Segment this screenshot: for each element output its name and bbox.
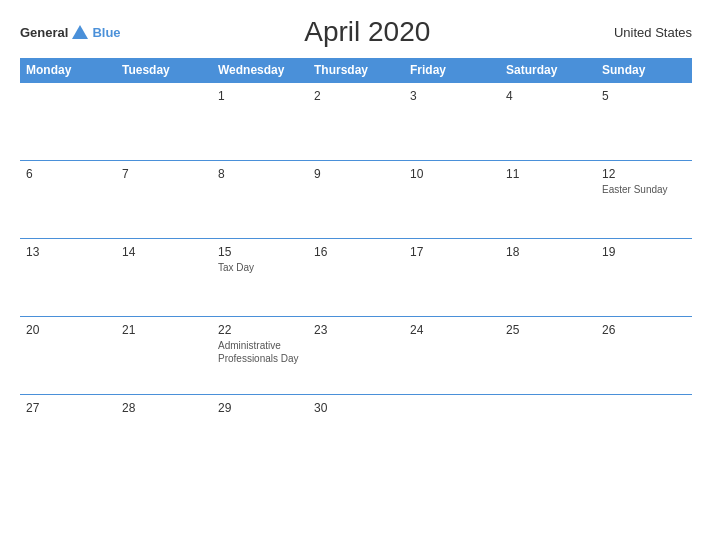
weekday-thursday: Thursday (308, 58, 404, 83)
day-number: 20 (26, 323, 110, 337)
calendar-cell (404, 395, 500, 473)
calendar-cell: 6 (20, 161, 116, 239)
day-number: 4 (506, 89, 590, 103)
day-number: 17 (410, 245, 494, 259)
day-number: 16 (314, 245, 398, 259)
calendar-cell (116, 83, 212, 161)
calendar-cell: 3 (404, 83, 500, 161)
weekday-saturday: Saturday (500, 58, 596, 83)
calendar-cell: 1 (212, 83, 308, 161)
calendar-cell (596, 395, 692, 473)
calendar-event: Easter Sunday (602, 183, 686, 196)
calendar-cell: 23 (308, 317, 404, 395)
day-number: 2 (314, 89, 398, 103)
calendar-cell: 10 (404, 161, 500, 239)
day-number: 1 (218, 89, 302, 103)
calendar-cell: 18 (500, 239, 596, 317)
weekday-friday: Friday (404, 58, 500, 83)
calendar-cell: 12Easter Sunday (596, 161, 692, 239)
day-number: 13 (26, 245, 110, 259)
day-number: 14 (122, 245, 206, 259)
calendar-cell: 9 (308, 161, 404, 239)
weekday-monday: Monday (20, 58, 116, 83)
calendar-table: Monday Tuesday Wednesday Thursday Friday… (20, 58, 692, 473)
calendar-cell: 13 (20, 239, 116, 317)
country-label: United States (614, 25, 692, 40)
logo-triangle-icon (72, 25, 88, 39)
calendar-event: Administrative Professionals Day (218, 339, 302, 365)
day-number: 27 (26, 401, 110, 415)
calendar-cell: 8 (212, 161, 308, 239)
calendar-cell: 24 (404, 317, 500, 395)
day-number: 25 (506, 323, 590, 337)
logo-text-blue: Blue (92, 25, 120, 40)
day-number: 7 (122, 167, 206, 181)
calendar-week-row: 12345 (20, 83, 692, 161)
calendar-event: Tax Day (218, 261, 302, 274)
day-number: 9 (314, 167, 398, 181)
calendar-cell: 21 (116, 317, 212, 395)
calendar-cell: 19 (596, 239, 692, 317)
day-number: 21 (122, 323, 206, 337)
day-number: 28 (122, 401, 206, 415)
day-number: 3 (410, 89, 494, 103)
calendar-cell: 26 (596, 317, 692, 395)
logo: General Blue (20, 25, 121, 40)
day-number: 15 (218, 245, 302, 259)
calendar-cell (20, 83, 116, 161)
calendar-cell: 16 (308, 239, 404, 317)
calendar-cell: 7 (116, 161, 212, 239)
calendar-cell (500, 395, 596, 473)
calendar-week-row: 27282930 (20, 395, 692, 473)
calendar-cell: 2 (308, 83, 404, 161)
day-number: 12 (602, 167, 686, 181)
calendar-cell: 15Tax Day (212, 239, 308, 317)
day-number: 11 (506, 167, 590, 181)
day-number: 26 (602, 323, 686, 337)
page-header: General Blue April 2020 United States (20, 16, 692, 48)
weekday-header-row: Monday Tuesday Wednesday Thursday Friday… (20, 58, 692, 83)
calendar-cell: 27 (20, 395, 116, 473)
calendar-cell: 20 (20, 317, 116, 395)
calendar-cell: 28 (116, 395, 212, 473)
calendar-page: General Blue April 2020 United States Mo… (0, 0, 712, 550)
weekday-sunday: Sunday (596, 58, 692, 83)
weekday-wednesday: Wednesday (212, 58, 308, 83)
calendar-cell: 4 (500, 83, 596, 161)
weekday-tuesday: Tuesday (116, 58, 212, 83)
day-number: 29 (218, 401, 302, 415)
calendar-cell: 5 (596, 83, 692, 161)
day-number: 19 (602, 245, 686, 259)
calendar-week-row: 6789101112Easter Sunday (20, 161, 692, 239)
calendar-cell: 25 (500, 317, 596, 395)
day-number: 24 (410, 323, 494, 337)
calendar-week-row: 131415Tax Day16171819 (20, 239, 692, 317)
day-number: 18 (506, 245, 590, 259)
day-number: 6 (26, 167, 110, 181)
day-number: 5 (602, 89, 686, 103)
calendar-cell: 30 (308, 395, 404, 473)
day-number: 23 (314, 323, 398, 337)
day-number: 8 (218, 167, 302, 181)
calendar-week-row: 202122Administrative Professionals Day23… (20, 317, 692, 395)
calendar-cell: 29 (212, 395, 308, 473)
logo-text-general: General (20, 25, 68, 40)
calendar-cell: 17 (404, 239, 500, 317)
day-number: 30 (314, 401, 398, 415)
calendar-cell: 22Administrative Professionals Day (212, 317, 308, 395)
month-title: April 2020 (304, 16, 430, 48)
calendar-cell: 14 (116, 239, 212, 317)
calendar-cell: 11 (500, 161, 596, 239)
day-number: 22 (218, 323, 302, 337)
day-number: 10 (410, 167, 494, 181)
